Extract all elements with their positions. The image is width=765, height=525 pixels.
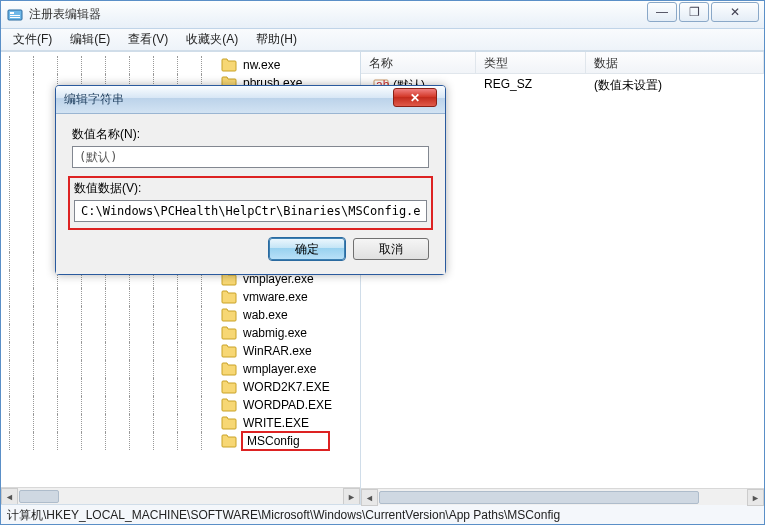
maximize-button[interactable]: ❐: [679, 2, 709, 22]
scroll-left-arrow-icon[interactable]: ◄: [1, 488, 18, 504]
scroll-right-arrow-icon[interactable]: ►: [747, 489, 764, 504]
scroll-left-arrow-icon[interactable]: ◄: [361, 489, 378, 504]
folder-icon: [221, 398, 237, 412]
col-type[interactable]: 类型: [476, 52, 586, 73]
folder-icon: [221, 362, 237, 376]
statusbar: 计算机\HKEY_LOCAL_MACHINE\SOFTWARE\Microsof…: [1, 504, 764, 524]
folder-icon: [221, 308, 237, 322]
cancel-button[interactable]: 取消: [353, 238, 429, 260]
tree-item-label: WORDPAD.EXE: [241, 398, 334, 412]
tree-item[interactable]: wabmig.exe: [1, 324, 360, 342]
scroll-thumb[interactable]: [379, 491, 699, 504]
close-button[interactable]: ✕: [711, 2, 759, 22]
tree-item[interactable]: wab.exe: [1, 306, 360, 324]
tree-item-label: WORD2K7.EXE: [241, 380, 332, 394]
status-path: 计算机\HKEY_LOCAL_MACHINE\SOFTWARE\Microsof…: [7, 508, 560, 522]
tree-item-label: nw.exe: [241, 58, 282, 72]
tree-item[interactable]: WinRAR.exe: [1, 342, 360, 360]
col-data[interactable]: 数据: [586, 52, 764, 73]
tree-item-label: wab.exe: [241, 308, 290, 322]
minimize-button[interactable]: —: [647, 2, 677, 22]
value-type: REG_SZ: [476, 77, 586, 94]
values-hscrollbar[interactable]: ◄ ►: [361, 488, 764, 504]
menu-edit[interactable]: 编辑(E): [62, 29, 118, 50]
svg-rect-3: [10, 17, 20, 18]
tree-item[interactable]: MSConfig: [1, 432, 360, 450]
app-icon: [7, 7, 23, 23]
folder-icon: [221, 58, 237, 72]
tree-item[interactable]: WRITE.EXE: [1, 414, 360, 432]
titlebar[interactable]: 注册表编辑器 — ❐ ✕: [1, 1, 764, 29]
col-name[interactable]: 名称: [361, 52, 476, 73]
svg-rect-1: [10, 12, 14, 14]
tree-item[interactable]: wmplayer.exe: [1, 360, 360, 378]
value-name-label: 数值名称(N):: [72, 126, 429, 143]
dialog-close-button[interactable]: ✕: [393, 88, 437, 107]
svg-rect-2: [10, 15, 20, 16]
tree-item-label: WRITE.EXE: [241, 416, 311, 430]
tree-item[interactable]: WORDPAD.EXE: [1, 396, 360, 414]
menu-view[interactable]: 查看(V): [120, 29, 176, 50]
highlight-annotation: 数值数据(V):: [68, 176, 433, 230]
tree-item[interactable]: nw.exe: [1, 56, 360, 74]
menu-file[interactable]: 文件(F): [5, 29, 60, 50]
tree-item-label: wabmig.exe: [241, 326, 309, 340]
tree-item[interactable]: vmware.exe: [1, 288, 360, 306]
scroll-thumb[interactable]: [19, 490, 59, 503]
tree-item-label: wmplayer.exe: [241, 362, 318, 376]
tree-item-label: WinRAR.exe: [241, 344, 314, 358]
folder-icon: [221, 344, 237, 358]
menu-favorites[interactable]: 收藏夹(A): [178, 29, 246, 50]
value-data: (数值未设置): [586, 77, 764, 94]
tree-hscrollbar[interactable]: ◄ ►: [1, 487, 360, 504]
value-name-input[interactable]: [72, 146, 429, 168]
menubar: 文件(F) 编辑(E) 查看(V) 收藏夹(A) 帮助(H): [1, 29, 764, 51]
tree-item[interactable]: WORD2K7.EXE: [1, 378, 360, 396]
values-header: 名称 类型 数据: [361, 52, 764, 74]
value-data-input[interactable]: [74, 200, 427, 222]
value-data-label: 数值数据(V):: [74, 180, 427, 197]
tree-item-label: MSConfig: [241, 431, 330, 451]
dialog-titlebar[interactable]: 编辑字符串 ✕: [56, 86, 445, 114]
folder-icon: [221, 326, 237, 340]
edit-string-dialog: 编辑字符串 ✕ 数值名称(N): 数值数据(V): 确定 取消: [55, 85, 446, 275]
ok-button[interactable]: 确定: [269, 238, 345, 260]
folder-icon: [221, 416, 237, 430]
tree-item-label: vmware.exe: [241, 290, 310, 304]
scroll-right-arrow-icon[interactable]: ►: [343, 488, 360, 504]
dialog-title: 编辑字符串: [64, 91, 393, 108]
folder-icon: [221, 434, 237, 448]
folder-icon: [221, 290, 237, 304]
menu-help[interactable]: 帮助(H): [248, 29, 305, 50]
folder-icon: [221, 380, 237, 394]
